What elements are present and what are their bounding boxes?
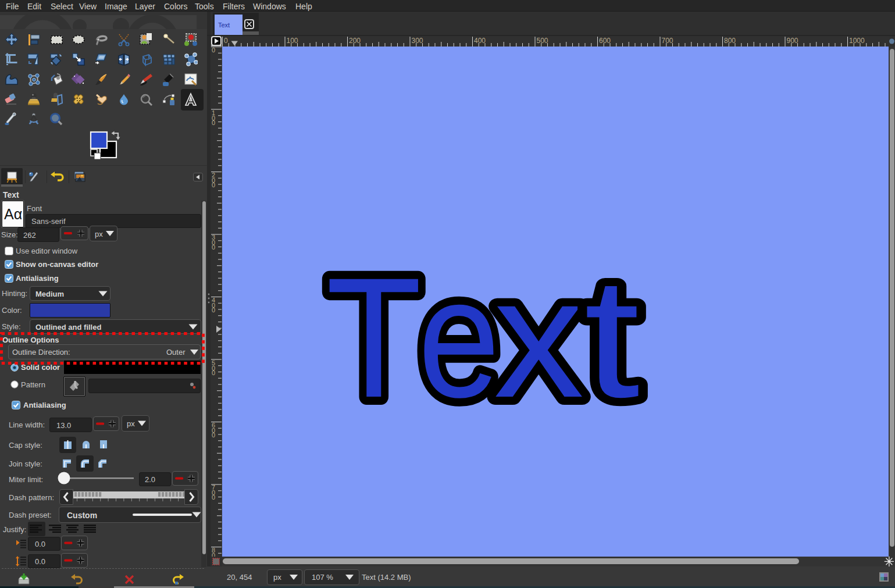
- svg-text:e: e: [418, 242, 500, 433]
- svg-text:x: x: [494, 242, 584, 433]
- svg-text:t: t: [584, 242, 640, 433]
- svg-text:T: T: [326, 242, 422, 433]
